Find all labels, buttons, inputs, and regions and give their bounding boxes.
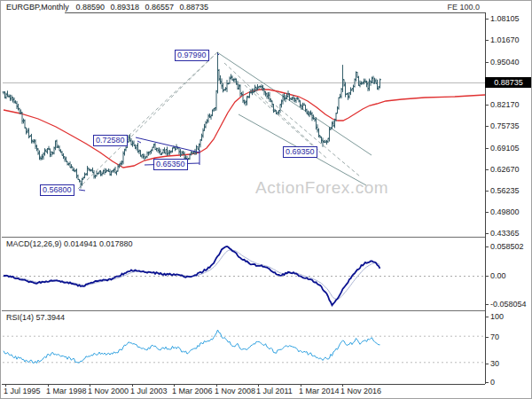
price-annotation-label: 0.69350 [283, 146, 317, 158]
quote-open: 0.88590 [75, 3, 105, 12]
watermark: ActionForex.com [255, 178, 388, 198]
date-axis-label: 1 Mar 1998 [46, 387, 87, 395]
macd-indicator-label: MACD(12,26,9) 0.014941 0.017880 [6, 239, 133, 249]
rsi-axis-label: 70 [490, 332, 499, 341]
price-axis-label: 1.08105 [490, 14, 520, 23]
symbol-timeframe-label: EURGBP,Monthly [6, 3, 74, 12]
date-axis-label: 1 Jul 1995 [4, 387, 41, 395]
price-axis-label: 0.69105 [490, 144, 520, 153]
price-annotation-label: 0.65350 [153, 159, 188, 170]
date-axis-label: 1 Jul 2011 [256, 387, 293, 395]
date-axis-label: 1 Nov 2008 [215, 387, 255, 395]
price-axis-label: 0.56235 [490, 186, 520, 195]
macd-axis-label: 0.00 [490, 271, 506, 280]
rsi-axis-label: 30 [490, 359, 499, 368]
chart-canvas[interactable] [1, 1, 532, 399]
date-axis-label: 1 Jul 2003 [130, 387, 168, 395]
chart-window: EURGBP,Monthly 0.88590 0.89318 0.86557 0… [0, 0, 532, 399]
quote-low: 0.86557 [145, 3, 175, 12]
quote-close: 0.88735 [180, 3, 209, 12]
date-axis-label: 1 Nov 2000 [88, 387, 129, 395]
fibonacci-expansion-label: FE 100.0 [447, 3, 480, 12]
date-axis-label: 1 Mar 2006 [172, 387, 213, 395]
price-axis-label: 0.75735 [490, 121, 520, 130]
price-annotation-label: 0.72580 [93, 135, 128, 146]
rsi-axis-label: 100 [490, 312, 504, 321]
rsi-axis-label: 0 [490, 378, 495, 387]
macd-axis-label: 0.058502 [490, 242, 524, 251]
rsi-indicator-label: RSI(14) 57.3944 [6, 313, 65, 323]
price-axis-label: 0.95040 [490, 58, 520, 66]
quote-high: 0.89318 [110, 3, 139, 12]
price-axis-label: 0.43365 [490, 229, 520, 238]
price-axis-label: 1.01670 [490, 35, 520, 44]
price-annotation-label: 0.97990 [175, 50, 209, 61]
price-axis-label: 0.49800 [490, 207, 520, 216]
macd-axis-label: -0.058054 [490, 300, 527, 309]
chart-title: EURGBP,Monthly 0.88590 0.89318 0.86557 0… [6, 3, 212, 12]
price-annotation-label: 0.56800 [40, 184, 74, 196]
candles-path [3, 52, 382, 189]
date-axis-label: 1 Mar 2014 [299, 387, 340, 395]
price-axis-label: 0.82170 [490, 100, 520, 109]
date-axis-label: 1 Nov 2016 [340, 387, 381, 395]
current-price-tag: 0.88735 [485, 77, 532, 88]
price-axis-label: 0.62670 [490, 165, 520, 174]
